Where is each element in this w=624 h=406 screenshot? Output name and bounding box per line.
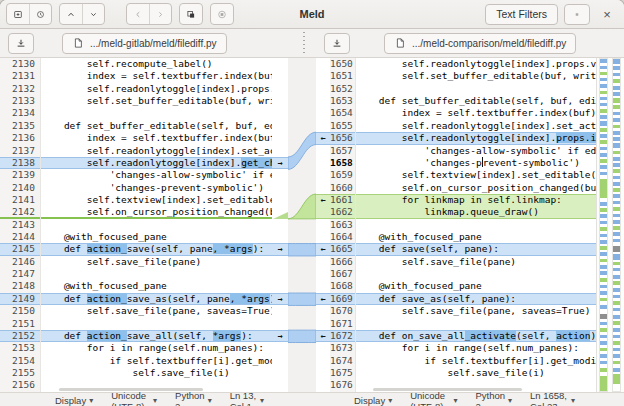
code-line[interactable]: for i in range(self.num_panes): (356, 342, 596, 354)
code-line[interactable]: self.save_file(pane, saveas=True) (41, 305, 272, 317)
statusbar-left: Display▾ Unicode (UTF-8)▾ Python 2▾ Ln 1… (0, 393, 325, 406)
file-selector-left[interactable]: .../meld-gitlab/meld/filediff.py (62, 33, 227, 54)
code-line[interactable]: def action_save(self, pane, *args): (41, 243, 272, 255)
display-menu[interactable]: Display▾ (345, 395, 401, 406)
code-line[interactable] (41, 318, 272, 330)
code-line[interactable]: self.readonlytoggle[index].props.icon_n (356, 132, 596, 144)
chunk-action-cell (316, 206, 330, 218)
code-line[interactable]: @with_focused_pane (356, 280, 596, 292)
code-line[interactable]: self.save_file(pane) (356, 256, 596, 268)
code-line[interactable]: self.readonlytoggle[index].set_active(n (356, 120, 596, 132)
code-line[interactable]: self.recompute_label() (41, 58, 272, 70)
previous-change-button[interactable] (60, 4, 82, 24)
code-line[interactable]: linkmap.queue_draw() (356, 206, 596, 218)
save-icon[interactable] (324, 33, 350, 54)
code-line[interactable]: @with_focused_pane (41, 231, 272, 243)
chunk-arrow[interactable]: ← (316, 330, 330, 342)
code-line[interactable]: 'changes-allow-symbolic' if editab (41, 169, 272, 181)
cursor-position[interactable]: Ln 1658, Col 23▾ (521, 390, 584, 406)
code-line[interactable] (356, 318, 596, 330)
save-icon[interactable] (8, 33, 34, 54)
code-line[interactable]: self.on_cursor_position_changed(buf, N (356, 182, 596, 194)
right-code-area[interactable]: self.readonlytoggle[index].props.visib s… (355, 58, 596, 392)
chunk-action-cell (272, 305, 288, 317)
display-menu[interactable]: Display▾ (46, 395, 102, 406)
code-line[interactable]: index = self.textbuffer.index(buf) (356, 107, 596, 119)
code-line[interactable]: self.set_buffer_editable(buf, writable (41, 95, 272, 107)
code-line[interactable]: index = self.textbuffer.index(buf) (41, 70, 272, 82)
code-line[interactable]: def action_save_all(self, *args): (41, 330, 272, 342)
syntax-menu[interactable]: Python 2▾ (466, 390, 521, 406)
code-line[interactable] (41, 268, 272, 280)
code-line[interactable]: 'changes-prevent-symbolic') (41, 182, 272, 194)
line-number: 2154 (0, 355, 40, 367)
chunk-action-cell (272, 132, 288, 144)
syntax-menu[interactable]: Python 2▾ (166, 390, 221, 406)
code-line[interactable]: def save(self, pane): (356, 243, 596, 255)
text-filters-button[interactable]: Text Filters (485, 4, 558, 25)
code-line[interactable] (356, 219, 596, 231)
code-line[interactable]: def action_save_as(self, pane, *args): (41, 293, 272, 305)
chunk-action-cell (272, 95, 288, 107)
code-line[interactable] (356, 83, 596, 95)
copy-all-changes-button[interactable] (180, 4, 202, 24)
chunk-arrow[interactable]: ← (316, 132, 330, 144)
code-line[interactable]: for linkmap in self.linkmap: (356, 194, 596, 206)
file-version-history-button[interactable] (29, 4, 51, 24)
code-line[interactable]: self.on_cursor_position_changed(buf, N (41, 206, 272, 218)
encoding-menu[interactable]: Unicode (UTF-8)▾ (102, 390, 166, 406)
file-selector-right[interactable]: .../meld-comparison/meld/filediff.py (384, 33, 576, 54)
code-line[interactable]: def save_as(self, pane): (356, 293, 596, 305)
code-line[interactable]: @with_focused_pane (41, 280, 272, 292)
new-comparison-button[interactable] (7, 4, 29, 24)
code-line[interactable]: index = self.textbuffer.index(buf) (41, 132, 272, 144)
chunk-arrow[interactable]: ← (316, 243, 330, 255)
line-number: 2135 (0, 120, 40, 132)
code-line[interactable]: 'changes-allow-symbolic' if editab (356, 145, 596, 157)
code-line[interactable] (356, 268, 596, 280)
code-line[interactable]: self.textview[index].set_editable(edit (41, 194, 272, 206)
chunk-arrow[interactable]: ← (316, 194, 330, 206)
code-line[interactable]: self.save_file(i) (356, 367, 596, 379)
code-line[interactable]: self.readonlytoggle[index].get_child() (41, 157, 272, 169)
code-line[interactable]: self.save_file(pane) (41, 256, 272, 268)
encoding-menu[interactable]: Unicode (UTF-8)▾ (401, 390, 466, 406)
chunk-arrow[interactable]: → (272, 243, 288, 255)
minimap-column[interactable] (612, 58, 621, 392)
code-line[interactable]: @with_focused_pane (356, 231, 596, 243)
minimap-column[interactable] (599, 58, 608, 392)
close-icon[interactable]: × (596, 3, 618, 25)
left-editor-pane[interactable]: 2130213121322133213421352136213721382139… (0, 58, 288, 392)
menu-icon[interactable] (564, 4, 590, 25)
code-line[interactable]: def on_save_all_activate(self, action): (356, 330, 596, 342)
pane-splitter[interactable] (303, 32, 305, 54)
code-line[interactable]: self.save_file(pane, saveas=True) (356, 305, 596, 317)
chunk-arrow[interactable]: → (272, 293, 288, 305)
cursor-position[interactable]: Ln 13, Col 1▾ (221, 390, 273, 406)
diffmap-segment (600, 153, 607, 157)
chunk-arrow[interactable]: ← (316, 293, 330, 305)
code-line[interactable]: self.readonlytoggle[index].set_active( (41, 145, 272, 157)
code-line[interactable]: self.readonlytoggle[index].props.visib (356, 58, 596, 70)
code-line[interactable]: for i in range(self.num_panes): (41, 342, 272, 354)
code-line[interactable]: self.textview[index].set_editable(edit (356, 169, 596, 181)
code-line[interactable] (41, 219, 272, 231)
next-change-button[interactable] (82, 4, 104, 24)
code-line[interactable]: if self.textbuffer[i].get_modified (41, 355, 272, 367)
right-editor-pane[interactable]: ←←←←← 1650165116521653165416551656165716… (316, 58, 596, 392)
code-line[interactable]: def set_buffer_editable(self, buf, edita… (356, 95, 596, 107)
chunk-arrow[interactable]: → (272, 330, 288, 342)
chunk-arrow[interactable]: → (272, 157, 288, 169)
diffmap-segment (613, 143, 620, 148)
diff-minimap[interactable] (596, 58, 624, 392)
code-line[interactable]: def set_buffer_editable(self, buf, edita… (41, 120, 272, 132)
left-code-area[interactable]: self.recompute_label() index = self.text… (41, 58, 272, 392)
code-line[interactable]: if self.textbuffer[i].get_modified (356, 355, 596, 367)
code-line[interactable]: self.set_buffer_editable(buf, writable (356, 70, 596, 82)
code-line[interactable]: self.readonlytoggle[index].props.visib (41, 83, 272, 95)
code-line[interactable] (41, 107, 272, 119)
chunk-action-cell (272, 194, 288, 206)
code-line[interactable]: self.save_file(i) (41, 367, 272, 379)
code-line[interactable]: 'changes-prevent-symbolic') (356, 157, 596, 169)
chunk-action-cell (316, 367, 330, 379)
